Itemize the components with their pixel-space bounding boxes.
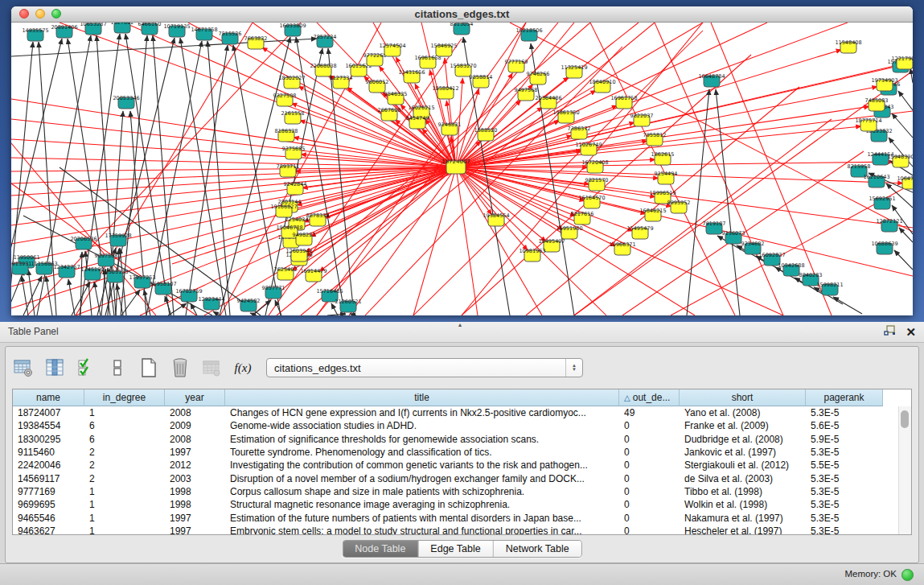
column-header-year[interactable]: year — [165, 389, 225, 406]
graph-node-label: 10688639 — [871, 241, 897, 247]
new-table-button[interactable] — [138, 356, 160, 379]
import-table-button[interactable] — [200, 356, 223, 379]
table-cell: 2 — [84, 459, 165, 471]
table-row[interactable]: 1872400712008Changes of HCN gene express… — [13, 406, 899, 419]
citation-edge-black[interactable] — [165, 296, 171, 315]
vertical-scrollbar[interactable] — [898, 406, 911, 534]
citation-edge-red[interactable] — [456, 167, 913, 228]
table-row[interactable]: 969969511998Structural magnetic resonanc… — [13, 498, 899, 511]
citation-edge-black[interactable] — [833, 297, 862, 314]
graph-node-label: 16782759 — [175, 288, 202, 295]
column-header-pagerank[interactable]: pagerank — [806, 389, 883, 406]
modify-table-button[interactable] — [12, 356, 35, 379]
graph-node-label: 19861350 — [552, 109, 579, 116]
citation-edge-black[interactable] — [168, 303, 187, 315]
graph-node-label: 18775714 — [855, 117, 881, 124]
citation-edge-black[interactable] — [11, 39, 317, 56]
graph-node-label: 7485083 — [865, 97, 889, 104]
graph-node-label: 9546325 — [384, 91, 408, 97]
table-row[interactable]: 946554611997Estimation of the future num… — [13, 511, 899, 524]
citation-edge-red[interactable] — [413, 167, 456, 315]
delete-table-button[interactable] — [169, 356, 191, 379]
citation-edge-red[interactable] — [574, 119, 832, 315]
citation-edge-black[interactable] — [94, 282, 101, 315]
graph-node-label: 9497568 — [515, 87, 538, 93]
network-window-titlebar[interactable]: citations_edges.txt — [11, 6, 913, 23]
citation-edge-black[interactable] — [331, 303, 338, 315]
table-cell: de Silva et al. (2003) — [680, 473, 806, 484]
table-cell: 18300295 — [13, 434, 84, 445]
citation-edge-red[interactable] — [11, 167, 456, 244]
close-window-button[interactable] — [19, 9, 29, 19]
column-header-out-de[interactable]: △out_de... — [619, 389, 680, 406]
float-panel-icon[interactable] — [884, 325, 896, 340]
table-cell: Investigating the contribution of common… — [225, 459, 619, 471]
graph-node-label: 10542688 — [778, 262, 804, 269]
graph-node-label: 8995952 — [667, 200, 691, 206]
show-column-button[interactable] — [43, 356, 66, 379]
citation-edge-red[interactable] — [11, 158, 456, 167]
citation-edge-red[interactable] — [291, 167, 456, 210]
citation-edge-red[interactable] — [590, 23, 735, 315]
graph-node-label: 9858814 — [470, 74, 493, 80]
graph-node-label: 21260521 — [335, 299, 361, 305]
table-row[interactable]: 911546021997Tourette syndrome. Phenomeno… — [13, 446, 899, 459]
citation-edge-red[interactable] — [297, 167, 456, 205]
scrollbar-thumb[interactable] — [901, 410, 909, 428]
citation-edge-red[interactable] — [456, 65, 897, 167]
citation-edge-red[interactable] — [655, 23, 783, 315]
table-cell: Genome-wide association studies in ADHD. — [225, 420, 619, 431]
citation-edge-black[interactable] — [894, 250, 913, 270]
citation-edge-red[interactable] — [310, 167, 456, 237]
graph-node-label: 15948390 — [887, 154, 913, 160]
table-body: 1872400712008Changes of HCN gene express… — [13, 406, 899, 534]
citation-edge-black[interactable] — [892, 113, 913, 138]
citation-edge-black[interactable] — [350, 314, 356, 315]
tab-edge-table[interactable]: Edge Table — [418, 541, 493, 557]
citation-edge-red[interactable] — [456, 167, 478, 315]
citation-edge-black[interactable] — [898, 91, 913, 110]
citation-edge-red[interactable] — [456, 167, 542, 315]
table-row[interactable]: 1938455462009Genome-wide association stu… — [13, 419, 899, 432]
tab-node-table[interactable]: Node Table — [343, 541, 418, 557]
column-header-in-degree[interactable]: in_degree — [84, 389, 165, 406]
select-all-button[interactable] — [75, 356, 97, 379]
close-panel-icon[interactable]: ✕ — [906, 326, 916, 339]
table-row[interactable]: 1456911722003Disruption of a novel membe… — [13, 472, 899, 484]
table-cell: Franke et al. (2009) — [680, 420, 806, 431]
network-graph-canvas[interactable]: 1493557520891406106532871527602646616010… — [11, 23, 913, 315]
table-row[interactable]: 946362711997Embryonic stem cells: a mode… — [13, 525, 899, 534]
citation-network-graph[interactable]: 1493557520891406106532871527602646616010… — [11, 23, 913, 315]
citation-edge-black[interactable] — [899, 228, 913, 242]
graph-node-label: 9777169 — [505, 59, 528, 65]
unselect-all-button[interactable] — [106, 356, 129, 379]
graph-node-label: 9136073 — [722, 230, 745, 237]
table-selector-dropdown[interactable]: citations_edges.txt ▲▼ — [266, 358, 583, 377]
splitter-handle-icon[interactable]: ▴ — [458, 321, 462, 328]
graph-node-label: 8215958 — [848, 163, 871, 170]
citation-edge-black[interactable] — [180, 38, 226, 315]
citation-edge-black[interactable] — [68, 279, 75, 315]
citation-edge-black[interactable] — [186, 45, 228, 315]
citation-edge-black[interactable] — [213, 311, 220, 315]
column-header-name[interactable]: name — [13, 389, 84, 406]
graph-node-label: 19046788 — [276, 225, 302, 231]
table-row[interactable]: 977716911998Corpus callosum shape and si… — [13, 485, 899, 498]
tab-network-table[interactable]: Network Table — [494, 541, 581, 557]
table-cell: Jankovic et al. (1997) — [680, 447, 806, 458]
table-cell: Wolkin et al. (1998) — [680, 499, 806, 510]
table-cell: 5.3E-5 — [806, 447, 883, 458]
column-header-short[interactable]: short — [680, 389, 806, 406]
table-row[interactable]: 1830029562008Estimation of significance … — [13, 433, 899, 446]
table-row[interactable]: 2242004622012Investigating the contribut… — [13, 459, 899, 472]
citation-edge-black[interactable] — [233, 45, 281, 315]
citation-edge-red[interactable] — [456, 167, 606, 315]
table-cell: 6 — [84, 420, 165, 431]
zoom-window-button[interactable] — [51, 9, 61, 19]
table-cell: 5.5E-5 — [806, 459, 883, 471]
network-window: citations_edges.txt 14935575208914061065… — [11, 6, 913, 315]
table-cell: 1998 — [165, 499, 225, 510]
minimize-window-button[interactable] — [35, 9, 45, 19]
column-header-title[interactable]: title — [225, 389, 619, 406]
function-builder-button[interactable]: f(x) — [232, 356, 254, 379]
